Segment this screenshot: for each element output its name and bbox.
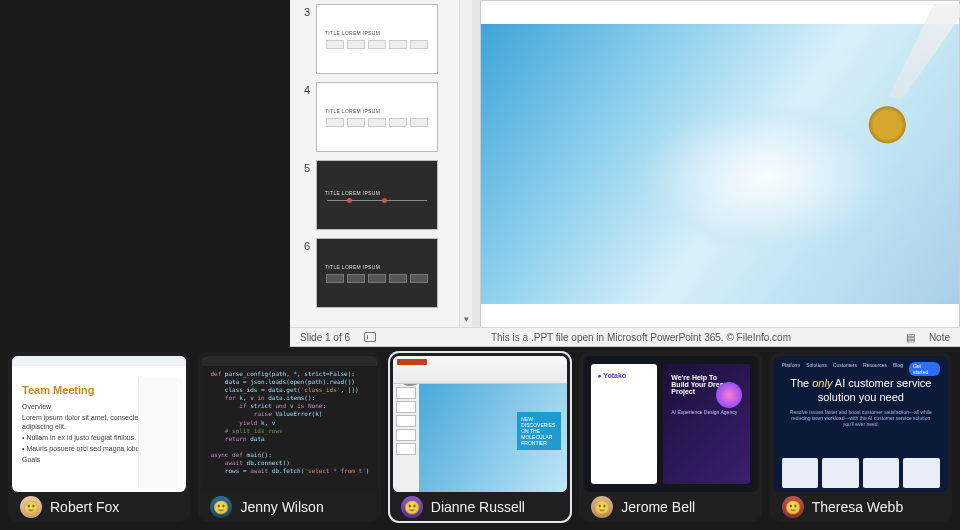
site-logo: ● Yotako (597, 372, 651, 379)
ai-hero-headline: The only AI customer service solution yo… (790, 376, 932, 405)
slide-thumb-4[interactable]: 4TITLE LOREM IPSUM (296, 82, 451, 152)
avatar: 🙂 (401, 496, 423, 518)
slide-caption: NEW DISCOVERIES ON THE MOLECULAR FRONTIE… (517, 412, 561, 450)
slide-hero-image (481, 24, 959, 304)
powerpoint-status-bar: Slide 1 of 6 This is a .PPT file open in… (290, 327, 960, 346)
slide-thumb-preview: TITLE LOREM IPSUM (316, 160, 438, 230)
slide-number: 5 (296, 162, 310, 174)
shared-screen-powerpoint: 3TITLE LOREM IPSUM4TITLE LOREM IPSUM5TIT… (290, 0, 960, 347)
avatar: 🙂 (20, 496, 42, 518)
participant-name: Jerome Bell (621, 499, 695, 515)
avatar: 🙂 (782, 496, 804, 518)
meeting-stage: 3TITLE LOREM IPSUM4TITLE LOREM IPSUM5TIT… (0, 0, 960, 530)
notes-button[interactable]: Note (929, 332, 950, 343)
slide-counter: Slide 1 of 6 (300, 332, 350, 343)
slide-number: 3 (296, 6, 310, 18)
tile-footer: 🙂Jerome Bell (579, 492, 761, 522)
participant-tile-theresa-webb[interactable]: PlatformSolutionsCustomersResourcesBlogG… (770, 352, 952, 522)
slide-thumb-preview: TITLE LOREM IPSUM (316, 238, 438, 308)
screen-share-preview: Team MeetingOverviewLorem ipsum dolor si… (12, 356, 186, 492)
slide-thumb-title: TITLE LOREM IPSUM (325, 190, 380, 196)
notes-icon[interactable]: ▤ (906, 332, 915, 343)
participant-name: Robert Fox (50, 499, 119, 515)
tile-footer: 🙂Jenny Wilson (198, 492, 380, 522)
slide-thumb-title: TITLE LOREM IPSUM (325, 30, 380, 36)
slide-thumb-5[interactable]: 5TITLE LOREM IPSUM (296, 160, 451, 230)
main-slide-canvas[interactable] (480, 0, 960, 328)
avatar: 🙂 (210, 496, 232, 518)
thumbnail-scrollbar[interactable]: ▾ (460, 0, 472, 328)
slide-number: 6 (296, 240, 310, 252)
slide-number: 4 (296, 84, 310, 96)
slide-thumb-3[interactable]: 3TITLE LOREM IPSUM (296, 4, 451, 74)
participant-tile-jenny-wilson[interactable]: def parse_config(path, *, strict=False):… (198, 352, 380, 522)
code-editor-content: def parse_config(path, *, strict=False):… (210, 370, 368, 475)
ai-hero-sub: Resolve issues faster and boost customer… (790, 409, 932, 427)
avatar: 🙂 (591, 496, 613, 518)
site-nav: PlatformSolutionsCustomersResourcesBlogG… (782, 362, 940, 376)
chevron-down-icon[interactable]: ▾ (464, 314, 469, 328)
hero-headline: We're Help To Build Your Dream Project (671, 374, 731, 395)
participant-name: Dianne Russell (431, 499, 525, 515)
screen-share-preview: NEW DISCOVERIES ON THE MOLECULAR FRONTIE… (393, 356, 567, 492)
tile-footer: 🙂Robert Fox (8, 492, 190, 522)
slide-thumbnail-rail[interactable]: 3TITLE LOREM IPSUM4TITLE LOREM IPSUM5TIT… (290, 0, 460, 328)
slide-thumb-preview: TITLE LOREM IPSUM (316, 82, 438, 152)
hero-sub: AI Experience Design Agency (671, 409, 741, 415)
slide-thumb-title: TITLE LOREM IPSUM (325, 264, 380, 270)
reading-view-icon[interactable] (364, 332, 376, 342)
participant-strip: Team MeetingOverviewLorem ipsum dolor si… (8, 352, 952, 522)
screen-share-preview: ● YotakoWe're Help To Build Your Dream P… (583, 356, 757, 492)
slide-thumb-preview: TITLE LOREM IPSUM (316, 4, 438, 74)
get-started-button: Get started (909, 362, 940, 376)
screen-share-preview: def parse_config(path, *, strict=False):… (202, 356, 376, 492)
participant-tile-jerome-bell[interactable]: ● YotakoWe're Help To Build Your Dream P… (579, 352, 761, 522)
participant-tile-dianne-russell[interactable]: ★NEW DISCOVERIES ON THE MOLECULAR FRONTI… (389, 352, 571, 522)
participant-name: Theresa Webb (812, 499, 904, 515)
slide-thumb-6[interactable]: 6TITLE LOREM IPSUM (296, 238, 451, 308)
tile-footer: 🙂Dianne Russell (389, 492, 571, 522)
participant-tile-robert-fox[interactable]: Team MeetingOverviewLorem ipsum dolor si… (8, 352, 190, 522)
screen-share-preview: PlatformSolutionsCustomersResourcesBlogG… (774, 356, 948, 492)
slide-thumb-title: TITLE LOREM IPSUM (325, 108, 380, 114)
tile-footer: 🙂Theresa Webb (770, 492, 952, 522)
participant-name: Jenny Wilson (240, 499, 323, 515)
status-footer-note: This is a .PPT file open in Microsoft Po… (491, 332, 791, 343)
